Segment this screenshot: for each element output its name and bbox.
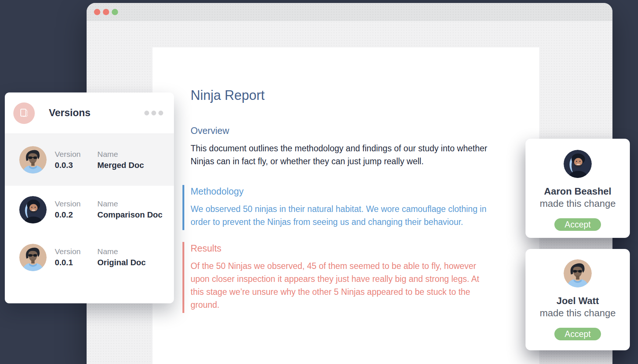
overview-section: Overview This document outlines the meth… [191,125,487,168]
name-value: Comparison Doc [97,210,162,220]
version-value: 0.0.2 [55,210,97,220]
version-row-0-0-2[interactable]: Version 0.0.2 Name Comparison Doc [5,186,174,233]
document-title: Ninja Report [191,87,265,104]
change-author-name: Joel Watt [557,296,599,306]
methodology-body: We observed 50 ninjas in their natural h… [191,203,487,229]
versions-panel: Versions Version 0.0.3 Name Merged Doc [5,92,174,303]
avatar [19,244,47,271]
traffic-light-minimize-icon[interactable] [103,9,109,15]
version-value: 0.0.3 [55,161,97,170]
change-action-text: made this change [540,198,615,209]
avatar [19,146,47,173]
traffic-light-zoom-icon[interactable] [112,9,118,15]
methodology-section: Methodology We observed 50 ninjas in the… [182,185,487,230]
results-heading: Results [191,243,479,254]
name-value: Merged Doc [97,161,144,170]
avatar [564,150,592,178]
version-row-0-0-3[interactable]: Version 0.0.3 Name Merged Doc [5,134,174,186]
version-label: Version [55,150,97,159]
name-label: Name [97,150,144,159]
accept-button[interactable]: Accept [554,328,601,340]
name-label: Name [97,199,162,208]
versions-menu-ellipsis-icon[interactable] [144,111,163,115]
versions-pages-icon [13,102,35,124]
overview-heading: Overview [191,125,487,136]
change-author-name: Aaron Beashel [544,186,611,196]
methodology-heading: Methodology [191,186,487,197]
change-action-text: made this change [540,308,615,318]
avatar [564,259,592,287]
traffic-light-close-icon[interactable] [94,9,100,15]
results-body: Of the 50 Ninjas we observed, 45 of them… [191,260,479,311]
version-label: Version [55,247,97,256]
avatar [19,196,47,223]
overview-body: This document outlines the methodology a… [191,142,487,168]
screenshot-root: Ninja Report Overview This document outl… [0,0,638,364]
name-label: Name [97,247,146,256]
version-label: Version [55,199,97,208]
change-card-joel: Joel Watt made this change Accept [525,249,630,350]
document-page: Ninja Report Overview This document outl… [152,47,539,364]
accept-button[interactable]: Accept [554,218,601,231]
name-value: Original Doc [97,258,146,267]
version-row-0-0-1[interactable]: Version 0.0.1 Name Original Doc [5,233,174,281]
change-card-aaron: Aaron Beashel made this change Accept [525,139,630,238]
version-value: 0.0.1 [55,258,97,267]
versions-panel-header: Versions [5,92,174,134]
versions-panel-title: Versions [49,107,144,119]
window-titlebar [87,3,612,21]
results-section: Results Of the 50 Ninjas we observed, 45… [182,242,479,313]
